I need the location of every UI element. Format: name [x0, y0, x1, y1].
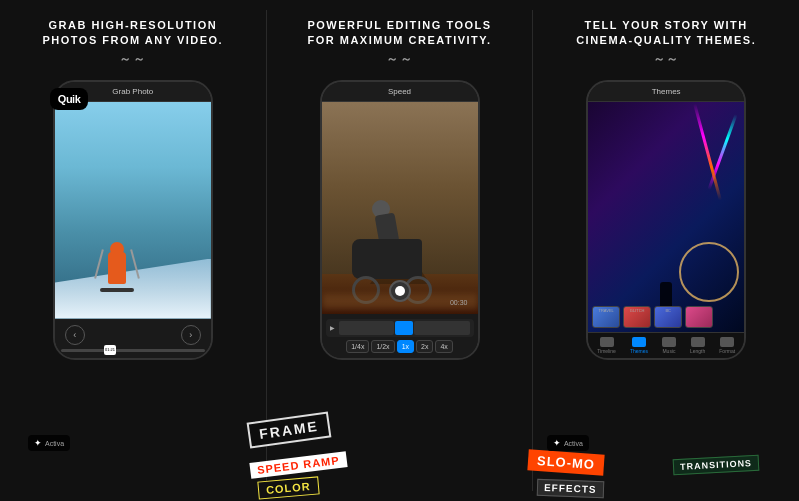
tab-timeline[interactable]: Timeline	[597, 337, 616, 354]
speed-btn-4x[interactable]: 4x	[435, 340, 452, 353]
speed-slider[interactable]: ▶	[326, 319, 474, 337]
capture-button[interactable]	[389, 280, 411, 302]
tab-themes[interactable]: Themes	[630, 337, 648, 354]
tab-music[interactable]: Music	[662, 337, 676, 354]
next-arrow[interactable]: ›	[181, 325, 201, 345]
timeline-thumb: 01:21	[104, 345, 116, 355]
phone-mockup-2: Speed	[315, 80, 485, 370]
timestamp-2: 00:30	[450, 299, 468, 306]
phone-1: Grab Photo	[53, 80, 213, 360]
speed-btn-2x[interactable]: 2x	[416, 340, 433, 353]
snowboarder-image	[55, 102, 211, 319]
phone-mockup-1: Quik Grab Photo	[48, 80, 218, 370]
phone-mockup-3: Themes TRAVEL	[581, 80, 751, 370]
prev-arrow[interactable]: ‹	[65, 325, 85, 345]
quik-badge: Quik	[50, 88, 88, 110]
phone-1-controls: ‹ › 01:21	[55, 319, 211, 358]
speed-btn-1-2x[interactable]: 1/2x	[371, 340, 394, 353]
theme-thumb-travel[interactable]: TRAVEL	[592, 306, 620, 328]
phone-3-header: Themes	[588, 82, 744, 102]
panel-3-heading: TELL YOUR STORY WITH CINEMA-QUALITY THEM…	[576, 18, 756, 68]
panel-themes: TELL YOUR STORY WITH CINEMA-QUALITY THEM…	[533, 0, 799, 501]
speed-btn-1-4x[interactable]: 1/4x	[346, 340, 369, 353]
theme-thumb-glitch[interactable]: GLITCH	[623, 306, 651, 328]
tab-length[interactable]: Length	[690, 337, 705, 354]
speed-btn-1x[interactable]: 1x	[397, 340, 414, 353]
nav-arrows: ‹ ›	[61, 325, 205, 345]
panel-2-heading: POWERFUL EDITING TOOLS FOR MAXIMUM CREAT…	[307, 18, 491, 68]
theme-thumb-4[interactable]	[685, 306, 713, 328]
app-container: GRAB HIGH-RESOLUTION PHOTOS FROM ANY VID…	[0, 0, 799, 501]
panel-1-heading: GRAB HIGH-RESOLUTION PHOTOS FROM ANY VID…	[42, 18, 223, 68]
phone-2-controls: ▶ 1/4x 1/2x 1x 2x 4x	[322, 314, 478, 358]
bottom-tab-bar: Timeline Themes Music	[590, 337, 742, 354]
phone-3: Themes TRAVEL	[586, 80, 746, 360]
phone-3-bottom-tabs: Timeline Themes Music	[588, 332, 744, 358]
skier-figure	[108, 242, 126, 284]
theme-thumbnails: TRAVEL GLITCH BC	[588, 302, 744, 332]
phone-2: Speed	[320, 80, 480, 360]
panel-speed: POWERFUL EDITING TOOLS FOR MAXIMUM CREAT…	[267, 0, 533, 501]
phone-2-header: Speed	[322, 82, 478, 102]
themes-image: TRAVEL GLITCH BC	[588, 102, 744, 332]
timeline-bar[interactable]: 01:21	[61, 349, 205, 352]
theme-thumb-bc[interactable]: BC	[654, 306, 682, 328]
panel-grab-photo: GRAB HIGH-RESOLUTION PHOTOS FROM ANY VID…	[0, 0, 266, 501]
bike-image: 00:30	[322, 102, 478, 314]
tab-format[interactable]: Format	[719, 337, 735, 354]
